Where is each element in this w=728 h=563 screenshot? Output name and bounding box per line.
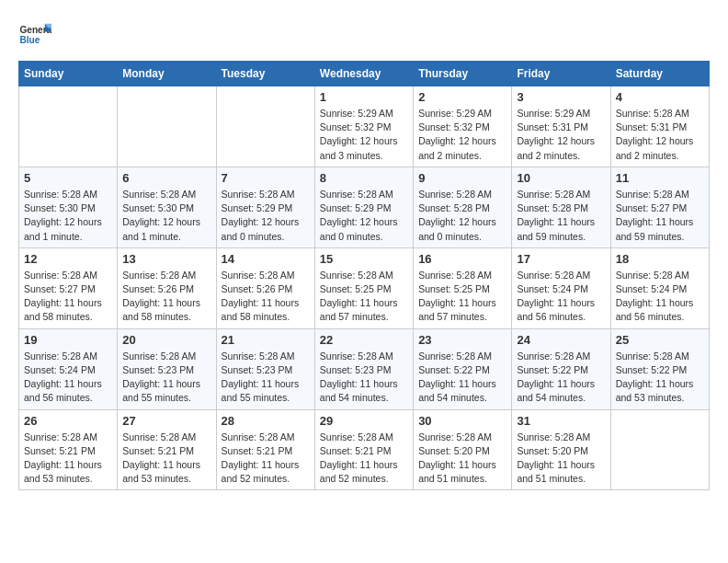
calendar-week-row: 1Sunrise: 5:29 AM Sunset: 5:32 PM Daylig… bbox=[19, 86, 710, 167]
day-number: 14 bbox=[222, 252, 310, 266]
svg-text:Blue: Blue bbox=[19, 35, 40, 45]
calendar-cell: 14Sunrise: 5:28 AM Sunset: 5:26 PM Dayli… bbox=[216, 247, 314, 328]
calendar-cell: 17Sunrise: 5:28 AM Sunset: 5:24 PM Dayli… bbox=[512, 247, 610, 328]
day-number: 20 bbox=[122, 333, 210, 347]
calendar-cell: 7Sunrise: 5:28 AM Sunset: 5:29 PM Daylig… bbox=[216, 167, 314, 247]
calendar-cell bbox=[19, 86, 118, 167]
calendar-cell: 1Sunrise: 5:29 AM Sunset: 5:32 PM Daylig… bbox=[314, 86, 413, 167]
day-number: 22 bbox=[320, 333, 408, 347]
day-info: Sunrise: 5:28 AM Sunset: 5:23 PM Dayligh… bbox=[122, 350, 210, 406]
day-info: Sunrise: 5:28 AM Sunset: 5:20 PM Dayligh… bbox=[517, 431, 605, 487]
calendar-cell: 5Sunrise: 5:28 AM Sunset: 5:30 PM Daylig… bbox=[19, 167, 118, 247]
day-number: 1 bbox=[320, 90, 408, 104]
calendar-cell: 28Sunrise: 5:28 AM Sunset: 5:21 PM Dayli… bbox=[216, 409, 314, 490]
calendar-cell: 13Sunrise: 5:28 AM Sunset: 5:26 PM Dayli… bbox=[118, 247, 216, 328]
day-info: Sunrise: 5:29 AM Sunset: 5:32 PM Dayligh… bbox=[320, 107, 408, 163]
calendar-week-row: 26Sunrise: 5:28 AM Sunset: 5:21 PM Dayli… bbox=[19, 409, 710, 490]
day-info: Sunrise: 5:28 AM Sunset: 5:22 PM Dayligh… bbox=[517, 350, 605, 406]
day-number: 25 bbox=[616, 333, 704, 347]
calendar-cell: 15Sunrise: 5:28 AM Sunset: 5:25 PM Dayli… bbox=[314, 247, 413, 328]
day-number: 31 bbox=[517, 414, 605, 428]
day-info: Sunrise: 5:29 AM Sunset: 5:32 PM Dayligh… bbox=[418, 107, 506, 163]
day-info: Sunrise: 5:28 AM Sunset: 5:30 PM Dayligh… bbox=[122, 188, 210, 244]
day-info: Sunrise: 5:28 AM Sunset: 5:21 PM Dayligh… bbox=[320, 431, 408, 487]
day-number: 26 bbox=[24, 414, 112, 428]
calendar-cell: 19Sunrise: 5:28 AM Sunset: 5:24 PM Dayli… bbox=[19, 328, 118, 409]
day-number: 3 bbox=[517, 90, 605, 104]
day-number: 2 bbox=[418, 90, 506, 104]
day-info: Sunrise: 5:28 AM Sunset: 5:25 PM Dayligh… bbox=[418, 269, 506, 325]
day-info: Sunrise: 5:28 AM Sunset: 5:25 PM Dayligh… bbox=[320, 269, 408, 325]
calendar-cell: 31Sunrise: 5:28 AM Sunset: 5:20 PM Dayli… bbox=[512, 409, 610, 490]
day-info: Sunrise: 5:28 AM Sunset: 5:28 PM Dayligh… bbox=[517, 188, 605, 244]
day-number: 27 bbox=[122, 414, 210, 428]
calendar-cell: 10Sunrise: 5:28 AM Sunset: 5:28 PM Dayli… bbox=[512, 167, 610, 247]
day-number: 10 bbox=[517, 171, 605, 185]
day-info: Sunrise: 5:28 AM Sunset: 5:23 PM Dayligh… bbox=[222, 350, 310, 406]
calendar-week-row: 12Sunrise: 5:28 AM Sunset: 5:27 PM Dayli… bbox=[19, 247, 710, 328]
day-number: 19 bbox=[24, 333, 112, 347]
calendar-cell: 27Sunrise: 5:28 AM Sunset: 5:21 PM Dayli… bbox=[118, 409, 216, 490]
calendar-cell: 2Sunrise: 5:29 AM Sunset: 5:32 PM Daylig… bbox=[414, 86, 512, 167]
calendar-cell: 23Sunrise: 5:28 AM Sunset: 5:22 PM Dayli… bbox=[414, 328, 512, 409]
day-info: Sunrise: 5:28 AM Sunset: 5:24 PM Dayligh… bbox=[517, 269, 605, 325]
day-number: 28 bbox=[222, 414, 310, 428]
calendar-week-row: 5Sunrise: 5:28 AM Sunset: 5:30 PM Daylig… bbox=[19, 167, 710, 247]
weekday-header-tuesday: Tuesday bbox=[216, 62, 314, 86]
day-number: 30 bbox=[418, 414, 506, 428]
calendar-cell bbox=[610, 409, 709, 490]
day-number: 17 bbox=[517, 252, 605, 266]
day-info: Sunrise: 5:28 AM Sunset: 5:26 PM Dayligh… bbox=[122, 269, 210, 325]
day-number: 5 bbox=[24, 171, 112, 185]
day-number: 4 bbox=[616, 90, 704, 104]
weekday-header-sunday: Sunday bbox=[19, 62, 118, 86]
calendar-cell bbox=[216, 86, 314, 167]
day-info: Sunrise: 5:29 AM Sunset: 5:31 PM Dayligh… bbox=[517, 107, 605, 163]
calendar-cell: 29Sunrise: 5:28 AM Sunset: 5:21 PM Dayli… bbox=[314, 409, 413, 490]
day-info: Sunrise: 5:28 AM Sunset: 5:22 PM Dayligh… bbox=[616, 350, 704, 406]
day-info: Sunrise: 5:28 AM Sunset: 5:29 PM Dayligh… bbox=[222, 188, 310, 244]
calendar-cell: 21Sunrise: 5:28 AM Sunset: 5:23 PM Dayli… bbox=[216, 328, 314, 409]
day-info: Sunrise: 5:28 AM Sunset: 5:20 PM Dayligh… bbox=[418, 431, 506, 487]
page-header: General Blue bbox=[18, 18, 710, 52]
day-number: 21 bbox=[222, 333, 310, 347]
day-info: Sunrise: 5:28 AM Sunset: 5:24 PM Dayligh… bbox=[24, 350, 112, 406]
calendar-cell: 8Sunrise: 5:28 AM Sunset: 5:29 PM Daylig… bbox=[314, 167, 413, 247]
day-info: Sunrise: 5:28 AM Sunset: 5:26 PM Dayligh… bbox=[222, 269, 310, 325]
logo: General Blue bbox=[18, 18, 57, 52]
weekday-header-thursday: Thursday bbox=[414, 62, 512, 86]
weekday-header-saturday: Saturday bbox=[610, 62, 709, 86]
day-number: 16 bbox=[418, 252, 506, 266]
calendar-cell: 11Sunrise: 5:28 AM Sunset: 5:27 PM Dayli… bbox=[610, 167, 709, 247]
calendar-cell: 4Sunrise: 5:28 AM Sunset: 5:31 PM Daylig… bbox=[610, 86, 709, 167]
calendar-table: SundayMondayTuesdayWednesdayThursdayFrid… bbox=[18, 61, 710, 490]
day-info: Sunrise: 5:28 AM Sunset: 5:29 PM Dayligh… bbox=[320, 188, 408, 244]
day-number: 23 bbox=[418, 333, 506, 347]
day-info: Sunrise: 5:28 AM Sunset: 5:21 PM Dayligh… bbox=[122, 431, 210, 487]
day-info: Sunrise: 5:28 AM Sunset: 5:21 PM Dayligh… bbox=[24, 431, 112, 487]
weekday-header-row: SundayMondayTuesdayWednesdayThursdayFrid… bbox=[19, 62, 710, 86]
day-info: Sunrise: 5:28 AM Sunset: 5:27 PM Dayligh… bbox=[24, 269, 112, 325]
day-number: 9 bbox=[418, 171, 506, 185]
day-number: 12 bbox=[24, 252, 112, 266]
calendar-cell: 26Sunrise: 5:28 AM Sunset: 5:21 PM Dayli… bbox=[19, 409, 118, 490]
day-number: 24 bbox=[517, 333, 605, 347]
calendar-cell: 12Sunrise: 5:28 AM Sunset: 5:27 PM Dayli… bbox=[19, 247, 118, 328]
calendar-week-row: 19Sunrise: 5:28 AM Sunset: 5:24 PM Dayli… bbox=[19, 328, 710, 409]
weekday-header-wednesday: Wednesday bbox=[314, 62, 413, 86]
calendar-cell: 22Sunrise: 5:28 AM Sunset: 5:23 PM Dayli… bbox=[314, 328, 413, 409]
day-info: Sunrise: 5:28 AM Sunset: 5:31 PM Dayligh… bbox=[616, 107, 704, 163]
day-number: 7 bbox=[222, 171, 310, 185]
logo-icon: General Blue bbox=[18, 18, 51, 52]
day-info: Sunrise: 5:28 AM Sunset: 5:21 PM Dayligh… bbox=[222, 431, 310, 487]
day-number: 8 bbox=[320, 171, 408, 185]
calendar-cell: 25Sunrise: 5:28 AM Sunset: 5:22 PM Dayli… bbox=[610, 328, 709, 409]
day-info: Sunrise: 5:28 AM Sunset: 5:23 PM Dayligh… bbox=[320, 350, 408, 406]
day-number: 11 bbox=[616, 171, 704, 185]
day-number: 18 bbox=[616, 252, 704, 266]
day-info: Sunrise: 5:28 AM Sunset: 5:27 PM Dayligh… bbox=[616, 188, 704, 244]
day-number: 6 bbox=[122, 171, 210, 185]
calendar-cell: 9Sunrise: 5:28 AM Sunset: 5:28 PM Daylig… bbox=[414, 167, 512, 247]
day-number: 13 bbox=[122, 252, 210, 266]
calendar-cell: 6Sunrise: 5:28 AM Sunset: 5:30 PM Daylig… bbox=[118, 167, 216, 247]
